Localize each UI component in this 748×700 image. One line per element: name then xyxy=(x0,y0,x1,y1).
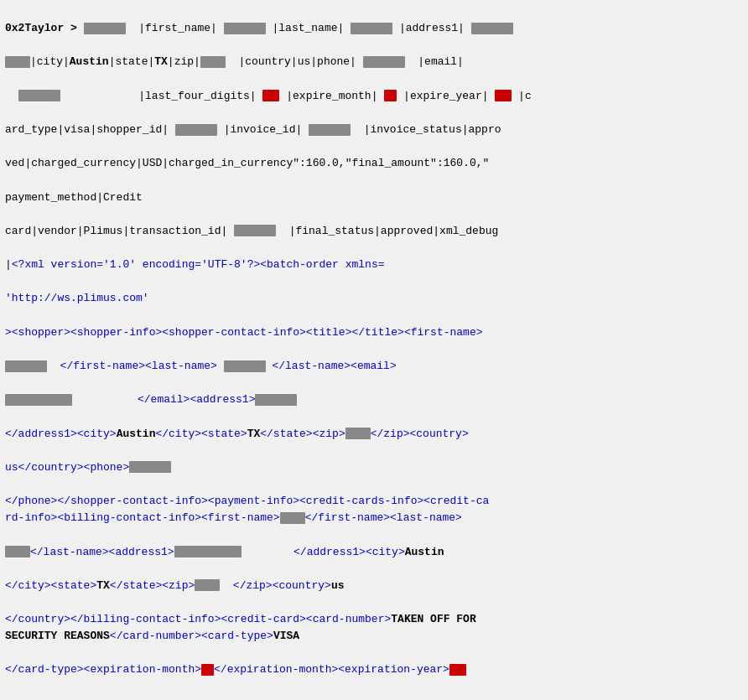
line-9: 'http://ws.plimus.com' xyxy=(5,292,149,304)
line-19: </card-type><expiration-month></expirati… xyxy=(5,663,466,676)
line-2: |city|Austin|state|TX|zip| |country|us|p… xyxy=(5,55,464,68)
line-5: ved|charged_currency|USD|charged_in_curr… xyxy=(5,157,489,169)
line-15: </phone></shopper-contact-info><payment-… xyxy=(5,495,489,524)
line-13: </address1><city>Austin</city><state>TX<… xyxy=(5,428,469,440)
line-10: ><shopper><shopper-info><shopper-contact… xyxy=(5,326,483,339)
line-18: </country></billing-contact-info><credit… xyxy=(5,613,476,642)
line-16: </last-name><address1> </address1><city>… xyxy=(5,546,444,558)
line-8: |<?xml version='1.0' encoding='UTF-8'?><… xyxy=(5,258,385,271)
line-1: 0x2Taylor > |first_name| |last_name| |ad… xyxy=(5,22,513,34)
line-3: |last_four_digits| |expire_month| |expir… xyxy=(5,90,532,102)
line-7: card|vendor|Plimus|transaction_id| |fina… xyxy=(5,225,498,237)
line-4: ard_type|visa|shopper_id| |invoice_id| |… xyxy=(5,123,501,136)
main-content: 0x2Taylor > |first_name| |last_name| |ad… xyxy=(0,0,748,700)
line-12: </email><address1> xyxy=(5,393,297,406)
line-14: us</country><phone> xyxy=(5,461,171,474)
line-11: </first-name><last-name> </last-name><em… xyxy=(5,360,397,372)
line-17: </city><state>TX</state><zip> </zip><cou… xyxy=(5,579,345,592)
line-6: payment_method|Credit xyxy=(5,191,143,204)
